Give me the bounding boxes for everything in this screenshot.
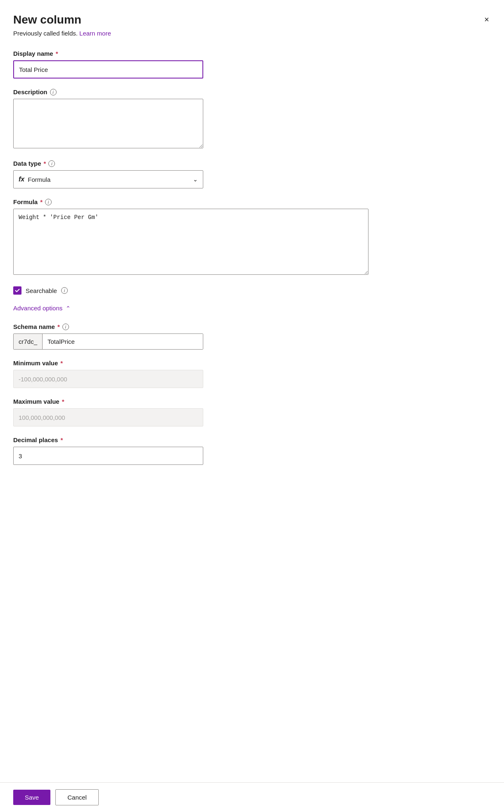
description-group: Description i [13,88,491,150]
formula-container: Weight * 'Price Per Gm' [13,209,368,276]
formula-info-icon[interactable]: i [45,199,52,205]
subtitle: Previously called fields. Learn more [13,30,491,37]
form-content: Display name * Description i Data type *… [13,50,491,516]
description-label: Description i [13,88,491,95]
searchable-label: Searchable [26,287,57,294]
data-type-selected-label: Formula [28,176,50,183]
data-type-info-icon[interactable]: i [48,160,55,167]
panel-header: New column × [13,13,491,26]
maximum-value-label: Maximum value * [13,398,491,405]
maximum-value-group: Maximum value * 100,000,000,000 [13,398,491,426]
schema-name-label: Schema name * i [13,323,491,330]
schema-name-group: Schema name * i cr7dc_ [13,323,491,350]
chevron-down-icon: ⌄ [193,176,198,183]
cancel-button[interactable]: Cancel [55,789,99,805]
display-name-required: * [56,50,58,57]
formula-label: Formula * i [13,198,491,205]
decimal-places-label: Decimal places * [13,436,491,443]
advanced-options-label: Advanced options [13,305,62,312]
data-type-group: Data type * i fx Formula ⌄ [13,160,491,188]
maximum-value-input: 100,000,000,000 [13,408,203,426]
schema-prefix: cr7dc_ [14,334,43,349]
display-name-input[interactable] [13,60,203,79]
searchable-checkbox[interactable] [13,286,21,295]
decimal-places-input[interactable] [13,447,203,465]
schema-name-info-icon[interactable]: i [62,324,69,330]
searchable-info-icon[interactable]: i [61,287,68,294]
data-type-select[interactable]: fx Formula ⌄ [13,170,203,188]
new-column-panel: New column × Previously called fields. L… [0,0,504,812]
minimum-value-label: Minimum value * [13,360,491,367]
schema-name-required: * [57,323,60,330]
checkmark-icon [15,288,20,293]
formula-required: * [40,198,43,205]
close-button[interactable]: × [483,13,491,26]
display-name-label: Display name * [13,50,491,57]
panel-title: New column [13,13,81,26]
data-type-required: * [44,160,46,167]
formula-input[interactable]: Weight * 'Price Per Gm' [13,209,368,275]
minimum-value-group: Minimum value * -100,000,000,000 [13,360,491,388]
advanced-options-toggle[interactable]: Advanced options ⌃ [13,305,71,312]
description-info-icon[interactable]: i [50,89,57,95]
footer-bar: Save Cancel [0,782,504,812]
learn-more-link[interactable]: Learn more [79,30,111,37]
maximum-value-required: * [62,398,64,405]
chevron-up-icon: ⌃ [66,305,71,312]
schema-input-wrapper: cr7dc_ [13,333,203,350]
data-type-label: Data type * i [13,160,491,167]
schema-name-input[interactable] [43,334,203,349]
data-type-select-wrapper: fx Formula ⌄ [13,170,203,188]
save-button[interactable]: Save [13,790,50,805]
formula-group: Formula * i Weight * 'Price Per Gm' [13,198,491,276]
minimum-value-required: * [60,360,63,367]
display-name-group: Display name * [13,50,491,79]
minimum-value-input: -100,000,000,000 [13,370,203,388]
decimal-places-required: * [60,436,63,443]
description-input[interactable] [13,99,203,148]
searchable-row: Searchable i [13,286,491,295]
formula-icon: fx [19,176,24,183]
decimal-places-group: Decimal places * [13,436,491,465]
